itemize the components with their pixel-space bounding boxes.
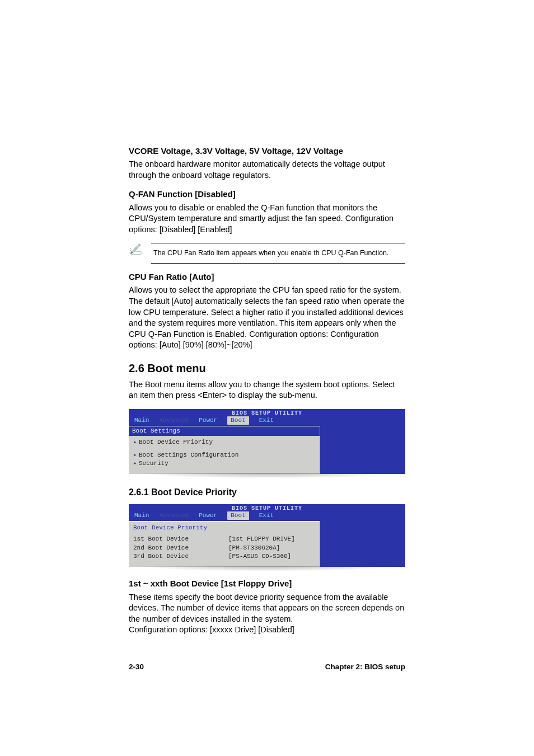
note-box: The CPU Fan Ratio item appears when you … bbox=[151, 243, 405, 264]
submenu-arrow-icon: ▸ bbox=[133, 459, 139, 468]
bios-subheading: Boot Settings bbox=[129, 426, 320, 436]
bios-menubar: BIOS SETUP UTILITY Main Advanced Power B… bbox=[129, 409, 405, 426]
bios-tab-exit[interactable]: Exit bbox=[259, 511, 274, 520]
svg-line-2 bbox=[130, 248, 131, 249]
bios-panel-right bbox=[320, 521, 405, 567]
bios-tab-boot[interactable]: Boot bbox=[227, 416, 249, 425]
para-1st-xxth-1: These items specify the boot device prio… bbox=[129, 592, 405, 625]
bios-tab-advanced[interactable]: Advanced bbox=[159, 416, 189, 425]
para-1st-xxth-2: Configuration options: [xxxxx Drive] [Di… bbox=[129, 624, 405, 636]
heading-2-6: 2.6 Boot menu bbox=[129, 361, 405, 376]
bios-screenshot-boot-settings: BIOS SETUP UTILITY Main Advanced Power B… bbox=[129, 409, 405, 478]
heading-1st-xxth: 1st ~ xxth Boot Device [1st Floppy Drive… bbox=[129, 578, 405, 589]
para-cpufanratio: Allows you to select the appropriate the… bbox=[129, 285, 405, 350]
bios-item-boot-device-priority[interactable]: Boot Device Priority bbox=[139, 438, 315, 447]
bios-panel-left: Boot Settings ▸ Boot Device Priority ▸ B… bbox=[129, 426, 320, 474]
svg-line-1 bbox=[130, 250, 132, 251]
bios-title: BIOS SETUP UTILITY bbox=[232, 410, 302, 417]
heading-2-6-1: 2.6.1 Boot Device Priority bbox=[129, 486, 405, 499]
bios-item-boot-settings-config[interactable]: Boot Settings Configuration bbox=[139, 451, 315, 459]
para-2-6: The Boot menu items allow you to change … bbox=[129, 379, 405, 401]
bios-panel-right bbox=[320, 426, 405, 474]
bios-item-security[interactable]: Security bbox=[139, 459, 315, 468]
bios-2nd-boot-value[interactable]: [PM-ST330620A] bbox=[228, 544, 280, 552]
para-qfan: Allows you to disable or enabled the Q-F… bbox=[129, 203, 405, 236]
chapter-label: Chapter 2: BIOS setup bbox=[325, 662, 405, 672]
bios-menubar: BIOS SETUP UTILITY Main Advanced Power B… bbox=[129, 504, 405, 521]
note-text: The CPU Fan Ratio item appears when you … bbox=[151, 245, 388, 261]
bios-tab-power[interactable]: Power bbox=[199, 416, 217, 425]
bios-tab-exit[interactable]: Exit bbox=[259, 416, 274, 425]
heading-cpufanratio: CPU Fan Ratio [Auto] bbox=[129, 271, 405, 283]
submenu-arrow-icon: ▸ bbox=[133, 438, 139, 447]
bios-subheading: Boot Device Priority bbox=[133, 524, 315, 534]
bios-tab-boot[interactable]: Boot bbox=[227, 511, 249, 520]
bios-tab-power[interactable]: Power bbox=[199, 511, 217, 520]
bios-screenshot-boot-device-priority: BIOS SETUP UTILITY Main Advanced Power B… bbox=[129, 504, 405, 571]
heading-vcore: VCORE Voltage, 3.3V Voltage, 5V Voltage,… bbox=[129, 145, 405, 157]
bios-tab-main[interactable]: Main bbox=[134, 511, 149, 520]
bios-2nd-boot-label[interactable]: 2nd Boot Device bbox=[133, 544, 228, 552]
page-number: 2-30 bbox=[129, 662, 144, 672]
bios-title: BIOS SETUP UTILITY bbox=[232, 505, 302, 513]
bios-panel-left: Boot Device Priority 1st Boot Device [1s… bbox=[129, 521, 320, 567]
heading-qfan: Q-FAN Function [Disabled] bbox=[129, 189, 405, 200]
bios-tab-main[interactable]: Main bbox=[134, 416, 149, 425]
pen-icon bbox=[129, 241, 143, 259]
manual-page: VCORE Voltage, 3.3V Voltage, 5V Voltage,… bbox=[0, 0, 534, 756]
bios-3rd-boot-label[interactable]: 3rd Boot Device bbox=[133, 552, 228, 561]
para-vcore: The onboard hardware monitor automatical… bbox=[129, 159, 405, 181]
bios-1st-boot-label[interactable]: 1st Boot Device bbox=[133, 535, 228, 543]
page-footer: 2-30 Chapter 2: BIOS setup bbox=[129, 662, 405, 672]
bios-1st-boot-value[interactable]: [1st FLOPPY DRIVE] bbox=[228, 535, 295, 543]
bios-3rd-boot-value[interactable]: [PS-ASUS CD-S360] bbox=[228, 552, 291, 561]
bios-tab-advanced[interactable]: Advanced bbox=[159, 511, 189, 520]
submenu-arrow-icon: ▸ bbox=[133, 451, 139, 459]
